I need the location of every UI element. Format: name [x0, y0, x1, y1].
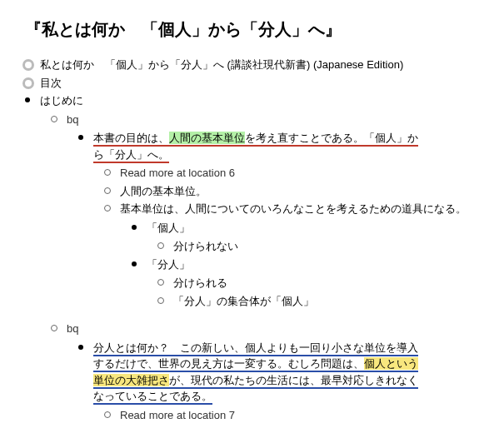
bq-label: bq: [67, 322, 78, 335]
outline-item-bq2[interactable]: bq 分人とは何か？ この新しい、個人よりも一回り小さな単位を導入 するだけで、…: [52, 321, 474, 423]
text: 目次: [40, 77, 62, 89]
bq-label: bq: [67, 113, 78, 126]
outline-item-readmore1[interactable]: Read more at location 6: [105, 165, 474, 182]
outline-item-unit[interactable]: 人間の基本単位。: [105, 183, 474, 200]
outline-item-fulltitle[interactable]: 私とは何か 「個人」から「分人」へ (講談社現代新書) (Japanese Ed…: [25, 57, 474, 73]
line2: するだけで、世界の見え方は一変する。むしろ問題は、個人という: [93, 357, 418, 372]
text: 分けられない: [173, 240, 238, 252]
highlight-green: 人間の基本単位: [169, 132, 245, 144]
page-title: 『私とは何か 「個人」から「分人」へ』: [25, 17, 474, 42]
t: が、現代の私たちの生活には、: [169, 374, 321, 386]
outline-item-kojin-sub[interactable]: 分けられない: [158, 238, 474, 255]
outline-item-bunjin-sub2[interactable]: 「分人」の集合体が「個人」: [158, 293, 474, 310]
text: 人間の基本単位。: [120, 185, 207, 197]
outline-item-summary2[interactable]: 分人とは何か？ この新しい、個人よりも一回り小さな単位を導入 するだけで、世界の…: [78, 340, 474, 424]
text: 基本単位は、人間についてのいろんなことを考えるための道具になる。: [120, 202, 467, 215]
t: するだけで、世界の見え方は一変する。むしろ問題は、: [93, 357, 364, 370]
summary-line1: 本書の目的は、人間の基本単位を考え直すことである。「個人」か: [93, 132, 418, 147]
line3: 単位の大雑把さが、現代の私たちの生活には、最早対応しきれなく: [93, 374, 418, 389]
text: 分けられる: [173, 276, 227, 289]
line4: なっていることである。: [93, 390, 212, 405]
outline-item-bunjin-sub1[interactable]: 分けられる: [158, 275, 474, 291]
outline-item-toc[interactable]: 目次: [25, 75, 474, 92]
line1: 分人とは何か？ この新しい、個人よりも一回り小さな単位を導入: [93, 341, 418, 356]
t: を考え直すことである。「個人」か: [245, 132, 418, 144]
readmore-text: Read more at location 7: [120, 409, 235, 421]
outline-item-summary[interactable]: 本書の目的は、人間の基本単位を考え直すことである。「個人」か ら「分人」へ。 R…: [78, 130, 474, 309]
t: 最早対応しきれなく: [321, 374, 418, 386]
text: はじめに: [40, 94, 83, 107]
outline-item-intro[interactable]: はじめに bq 本書の目的は、人間の基本単位を考え直すことである。「個人」か ら…: [25, 92, 474, 423]
readmore-text: Read more at location 6: [120, 167, 235, 179]
text: 私とは何か 「個人」から「分人」へ (講談社現代新書) (Japanese Ed…: [40, 58, 403, 71]
summary-line2: ら「分人」へ。: [93, 148, 169, 163]
outline-item-unitdesc[interactable]: 基本単位は、人間についてのいろんなことを考えるための道具になる。 「個人」 分け…: [105, 201, 474, 309]
outline-item-bunjin[interactable]: 「分人」 分けられる 「分人」の集合体が「個人」: [132, 256, 474, 310]
outline-root: 私とは何か 「個人」から「分人」へ (講談社現代新書) (Japanese Ed…: [25, 57, 474, 423]
t: 本書の目的は、: [93, 132, 169, 144]
outline-item-kojin[interactable]: 「個人」 分けられない: [132, 220, 474, 255]
text: 「分人」: [147, 258, 190, 271]
highlight-yellow: 個人という: [364, 357, 418, 370]
outline-item-bq1[interactable]: bq 本書の目的は、人間の基本単位を考え直すことである。「個人」か ら「分人」へ…: [52, 112, 474, 310]
outline-item-readmore2[interactable]: Read more at location 7: [105, 407, 474, 424]
highlight-yellow: 単位の大雑把さ: [93, 374, 169, 386]
text: 「分人」の集合体が「個人」: [173, 295, 314, 307]
text: 「個人」: [147, 222, 190, 234]
